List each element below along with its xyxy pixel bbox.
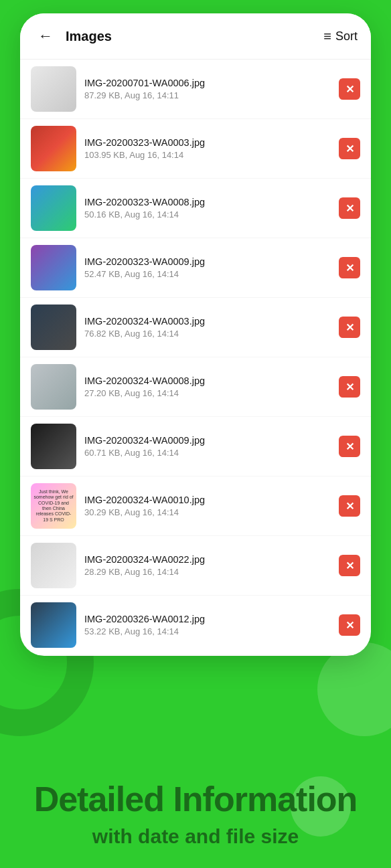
file-name: IMG-20200324-WA0008.jpg bbox=[84, 375, 331, 386]
delete-icon: ✕ bbox=[345, 619, 354, 632]
delete-button[interactable]: ✕ bbox=[339, 317, 360, 338]
file-item: IMG-20200323-WA0009.jpg52.47 KB, Aug 16,… bbox=[20, 238, 371, 298]
sort-label: Sort bbox=[335, 29, 358, 44]
delete-icon: ✕ bbox=[345, 559, 354, 572]
back-button[interactable]: ← bbox=[33, 24, 58, 48]
file-meta: 28.29 KB, Aug 16, 14:14 bbox=[84, 567, 331, 577]
file-info: IMG-20200324-WA0010.jpg30.29 KB, Aug 16,… bbox=[84, 495, 331, 517]
file-item: IMG-20200323-WA0003.jpg103.95 KB, Aug 16… bbox=[20, 119, 371, 179]
main-tagline: Detailed Information bbox=[13, 780, 378, 818]
delete-icon: ✕ bbox=[345, 440, 354, 453]
file-info: IMG-20200323-WA0003.jpg103.95 KB, Aug 16… bbox=[84, 137, 331, 160]
delete-icon: ✕ bbox=[345, 143, 354, 155]
file-meta: 103.95 KB, Aug 16, 14:14 bbox=[84, 150, 331, 160]
sub-tagline: with date and file size bbox=[13, 825, 378, 848]
file-item: IMG-20200323-WA0008.jpg50.16 KB, Aug 16,… bbox=[20, 179, 371, 238]
file-thumbnail bbox=[31, 126, 76, 171]
delete-icon: ✕ bbox=[345, 262, 354, 274]
file-thumbnail bbox=[31, 245, 76, 290]
delete-button[interactable]: ✕ bbox=[339, 436, 360, 457]
phone-card: ← Images ≡ Sort IMG-20200701-WA0006.jpg8… bbox=[20, 13, 371, 656]
delete-icon: ✕ bbox=[345, 83, 354, 96]
file-thumbnail bbox=[31, 185, 76, 231]
file-info: IMG-20200324-WA0008.jpg27.20 KB, Aug 16,… bbox=[84, 375, 331, 398]
delete-button[interactable]: ✕ bbox=[339, 376, 360, 398]
file-name: IMG-20200323-WA0009.jpg bbox=[84, 256, 331, 267]
delete-button[interactable]: ✕ bbox=[339, 78, 360, 100]
file-name: IMG-20200326-WA0012.jpg bbox=[84, 614, 331, 624]
file-item: IMG-20200324-WA0022.jpg28.29 KB, Aug 16,… bbox=[20, 536, 371, 596]
file-name: IMG-20200324-WA0003.jpg bbox=[84, 316, 331, 327]
bg-decoration-circle-2 bbox=[317, 642, 391, 736]
file-meta: 30.29 KB, Aug 16, 14:14 bbox=[84, 507, 331, 517]
delete-button[interactable]: ✕ bbox=[339, 495, 360, 517]
file-thumbnail bbox=[31, 364, 76, 410]
file-info: IMG-20200323-WA0008.jpg50.16 KB, Aug 16,… bbox=[84, 197, 331, 220]
file-name: IMG-20200324-WA0009.jpg bbox=[84, 435, 331, 446]
file-meta: 53.22 KB, Aug 16, 14:14 bbox=[84, 626, 331, 636]
file-thumbnail bbox=[31, 543, 76, 588]
file-thumbnail bbox=[31, 66, 76, 112]
file-name: IMG-20200323-WA0008.jpg bbox=[84, 197, 331, 207]
file-item: IMG-20200701-WA0006.jpg87.29 KB, Aug 16,… bbox=[20, 60, 371, 119]
file-thumbnail bbox=[31, 424, 76, 469]
file-info: IMG-20200324-WA0009.jpg60.71 KB, Aug 16,… bbox=[84, 435, 331, 458]
file-name: IMG-20200324-WA0022.jpg bbox=[84, 554, 331, 565]
file-meta: 50.16 KB, Aug 16, 14:14 bbox=[84, 209, 331, 220]
bottom-text-section: Detailed Information with date and file … bbox=[0, 780, 391, 848]
file-info: IMG-20200324-WA0003.jpg76.82 KB, Aug 16,… bbox=[84, 316, 331, 339]
file-thumbnail bbox=[31, 602, 76, 648]
file-info: IMG-20200701-WA0006.jpg87.29 KB, Aug 16,… bbox=[84, 78, 331, 100]
file-name: IMG-20200323-WA0003.jpg bbox=[84, 137, 331, 148]
file-name: IMG-20200324-WA0010.jpg bbox=[84, 495, 331, 505]
file-thumbnail: Just think, We somehow get rid of COVID-… bbox=[31, 483, 76, 529]
file-name: IMG-20200701-WA0006.jpg bbox=[84, 78, 331, 88]
delete-icon: ✕ bbox=[345, 381, 354, 394]
file-info: IMG-20200324-WA0022.jpg28.29 KB, Aug 16,… bbox=[84, 554, 331, 577]
app-header: ← Images ≡ Sort bbox=[20, 13, 371, 60]
file-list: IMG-20200701-WA0006.jpg87.29 KB, Aug 16,… bbox=[20, 60, 371, 655]
file-meta: 76.82 KB, Aug 16, 14:14 bbox=[84, 329, 331, 339]
file-item: Just think, We somehow get rid of COVID-… bbox=[20, 476, 371, 536]
delete-icon: ✕ bbox=[345, 500, 354, 513]
file-meta: 87.29 KB, Aug 16, 14:11 bbox=[84, 90, 331, 100]
file-thumbnail bbox=[31, 305, 76, 350]
delete-button[interactable]: ✕ bbox=[339, 197, 360, 219]
sort-button[interactable]: ≡ Sort bbox=[323, 29, 358, 44]
delete-button[interactable]: ✕ bbox=[339, 614, 360, 636]
delete-button[interactable]: ✕ bbox=[339, 138, 360, 159]
sort-icon: ≡ bbox=[323, 29, 331, 44]
file-info: IMG-20200323-WA0009.jpg52.47 KB, Aug 16,… bbox=[84, 256, 331, 279]
header-left: ← Images bbox=[33, 24, 112, 48]
delete-icon: ✕ bbox=[345, 202, 354, 215]
delete-button[interactable]: ✕ bbox=[339, 555, 360, 576]
delete-button[interactable]: ✕ bbox=[339, 257, 360, 278]
file-item: IMG-20200324-WA0009.jpg60.71 KB, Aug 16,… bbox=[20, 417, 371, 476]
file-item: IMG-20200326-WA0012.jpg53.22 KB, Aug 16,… bbox=[20, 596, 371, 655]
file-meta: 60.71 KB, Aug 16, 14:14 bbox=[84, 448, 331, 458]
file-meta: 52.47 KB, Aug 16, 14:14 bbox=[84, 269, 331, 279]
back-arrow-icon: ← bbox=[38, 27, 53, 45]
file-meta: 27.20 KB, Aug 16, 14:14 bbox=[84, 388, 331, 398]
delete-icon: ✕ bbox=[345, 321, 354, 334]
file-info: IMG-20200326-WA0012.jpg53.22 KB, Aug 16,… bbox=[84, 614, 331, 636]
page-title: Images bbox=[66, 29, 112, 44]
file-item: IMG-20200324-WA0008.jpg27.20 KB, Aug 16,… bbox=[20, 357, 371, 417]
file-item: IMG-20200324-WA0003.jpg76.82 KB, Aug 16,… bbox=[20, 298, 371, 357]
